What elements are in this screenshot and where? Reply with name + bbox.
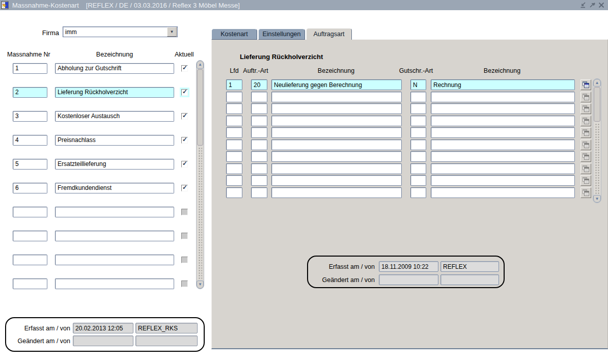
gutschr-art-input[interactable] xyxy=(410,116,426,126)
aktuell-checkbox[interactable] xyxy=(180,255,189,265)
massnahme-bezeichnung-input[interactable] xyxy=(55,231,174,241)
auftr-art-input[interactable] xyxy=(251,151,267,162)
massnahme-bezeichnung-input[interactable] xyxy=(55,278,174,289)
lfd-input[interactable] xyxy=(226,127,242,138)
bezeichnung-input[interactable] xyxy=(271,187,402,198)
aktuell-checkbox[interactable] xyxy=(180,135,189,145)
bezeichnung-input[interactable] xyxy=(271,103,402,114)
scrollbar-thumb[interactable] xyxy=(197,69,203,146)
gutschr-bezeichnung-input[interactable] xyxy=(431,79,575,90)
bezeichnung-input[interactable] xyxy=(271,175,402,186)
massnahme-bezeichnung-input[interactable] xyxy=(55,255,174,265)
auftr-art-input[interactable] xyxy=(251,175,267,186)
auftr-art-input[interactable] xyxy=(251,127,267,138)
gutschr-art-input[interactable] xyxy=(410,92,426,102)
gutschr-art-input[interactable] xyxy=(410,79,426,90)
gutschr-bezeichnung-input[interactable] xyxy=(431,187,575,198)
scroll-down-button[interactable]: ▼ xyxy=(593,195,601,203)
massnahme-bezeichnung-input[interactable] xyxy=(55,63,174,74)
lfd-input[interactable] xyxy=(226,175,242,186)
lfd-input[interactable] xyxy=(226,116,242,126)
aktuell-checkbox[interactable] xyxy=(180,64,189,73)
lfd-input[interactable] xyxy=(226,79,242,90)
massnahme-nr-input[interactable] xyxy=(13,207,47,217)
massnahme-bezeichnung-input[interactable] xyxy=(55,87,174,98)
bezeichnung-input[interactable] xyxy=(271,92,402,102)
gutschr-bezeichnung-input[interactable] xyxy=(431,92,575,102)
auftragsart-scrollbar[interactable]: ▲ ▼ xyxy=(593,78,601,203)
gutschr-bezeichnung-input[interactable] xyxy=(431,175,575,186)
lfd-input[interactable] xyxy=(226,139,242,150)
cascade-windows-button[interactable] xyxy=(581,151,591,162)
cascade-windows-button[interactable] xyxy=(581,187,591,198)
massnahme-nr-input[interactable] xyxy=(13,159,47,170)
aktuell-checkbox[interactable] xyxy=(180,279,189,289)
scroll-up-button[interactable]: ▲ xyxy=(593,79,601,87)
auftr-art-input[interactable] xyxy=(251,92,267,102)
aktuell-checkbox[interactable] xyxy=(180,111,189,121)
massnahme-scrollbar[interactable]: ▲ ▼ xyxy=(196,60,204,289)
massnahme-bezeichnung-input[interactable] xyxy=(55,111,174,122)
aktuell-checkbox[interactable] xyxy=(180,183,189,193)
aktuell-checkbox[interactable] xyxy=(180,159,189,169)
gutschr-bezeichnung-input[interactable] xyxy=(431,139,575,150)
bezeichnung-input[interactable] xyxy=(271,116,402,126)
lfd-input[interactable] xyxy=(226,103,242,114)
scroll-up-button[interactable]: ▲ xyxy=(197,61,204,69)
massnahme-nr-input[interactable] xyxy=(13,183,47,193)
gutschr-art-input[interactable] xyxy=(410,139,426,150)
scrollbar-track[interactable] xyxy=(595,123,599,194)
cascade-windows-button[interactable] xyxy=(581,116,591,126)
lfd-input[interactable] xyxy=(226,187,242,198)
auftr-art-input[interactable] xyxy=(251,187,267,198)
massnahme-nr-input[interactable] xyxy=(13,63,47,74)
bezeichnung-input[interactable] xyxy=(271,127,402,138)
cascade-windows-button[interactable] xyxy=(581,79,591,90)
cascade-windows-button[interactable] xyxy=(581,103,591,114)
massnahme-nr-input[interactable] xyxy=(13,231,47,241)
auftr-art-input[interactable] xyxy=(251,139,267,150)
tab-einstellungen[interactable]: Einstellungen xyxy=(258,29,305,40)
gutschr-art-input[interactable] xyxy=(410,127,426,138)
gutschr-art-input[interactable] xyxy=(410,175,426,186)
massnahme-bezeichnung-input[interactable] xyxy=(55,159,174,170)
gutschr-art-input[interactable] xyxy=(410,163,426,174)
auftr-art-input[interactable] xyxy=(251,103,267,114)
massnahme-bezeichnung-input[interactable] xyxy=(55,183,174,193)
firma-dropdown[interactable]: imm ▼ xyxy=(63,26,178,37)
scrollbar-thumb[interactable] xyxy=(594,87,600,122)
massnahme-nr-input[interactable] xyxy=(13,255,47,265)
bezeichnung-input[interactable] xyxy=(271,139,402,150)
scrollbar-track[interactable] xyxy=(198,147,202,280)
massnahme-bezeichnung-input[interactable] xyxy=(55,207,174,217)
maximize-window-icon[interactable] xyxy=(588,1,596,9)
massnahme-nr-input[interactable] xyxy=(13,111,47,122)
lfd-input[interactable] xyxy=(226,151,242,162)
aktuell-checkbox[interactable] xyxy=(180,231,189,241)
lfd-input[interactable] xyxy=(226,92,242,102)
auftr-art-input[interactable] xyxy=(251,163,267,174)
cascade-windows-button[interactable] xyxy=(581,163,591,174)
close-window-icon[interactable] xyxy=(597,1,605,9)
auftr-art-input[interactable] xyxy=(251,116,267,126)
bezeichnung-input[interactable] xyxy=(271,151,402,162)
cascade-windows-button[interactable] xyxy=(581,92,591,102)
tab-auftragsart[interactable]: Auftragsart xyxy=(306,28,352,40)
aktuell-checkbox[interactable] xyxy=(180,88,189,97)
gutschr-bezeichnung-input[interactable] xyxy=(431,103,575,114)
aktuell-checkbox[interactable] xyxy=(180,207,189,217)
gutschr-bezeichnung-input[interactable] xyxy=(431,116,575,126)
massnahme-nr-input[interactable] xyxy=(13,278,47,289)
massnahme-nr-input[interactable] xyxy=(13,135,47,146)
gutschr-art-input[interactable] xyxy=(410,151,426,162)
restore-window-icon[interactable] xyxy=(579,1,587,9)
dropdown-arrow-button[interactable]: ▼ xyxy=(167,27,177,37)
gutschr-art-input[interactable] xyxy=(410,187,426,198)
lfd-input[interactable] xyxy=(226,163,242,174)
scroll-down-button[interactable]: ▼ xyxy=(197,281,204,289)
cascade-windows-button[interactable] xyxy=(581,127,591,138)
auftr-art-input[interactable] xyxy=(251,79,267,90)
gutschr-bezeichnung-input[interactable] xyxy=(431,151,575,162)
gutschr-art-input[interactable] xyxy=(410,103,426,114)
tab-kostenart[interactable]: Kostenart xyxy=(211,29,257,40)
